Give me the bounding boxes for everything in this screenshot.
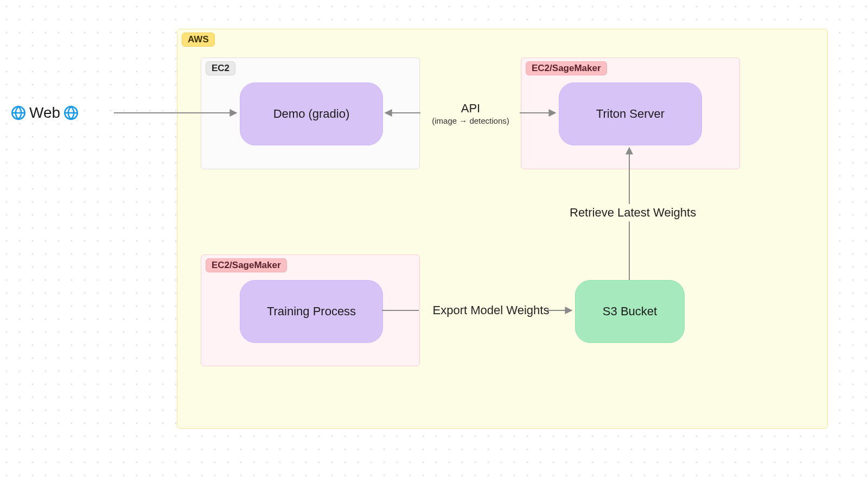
s3-node: S3 Bucket xyxy=(575,280,685,343)
triton-node: Triton Server xyxy=(559,82,702,145)
training-node: Training Process xyxy=(240,280,383,343)
globe-icon xyxy=(11,105,26,120)
web-node: Web xyxy=(11,104,79,122)
web-label: Web xyxy=(29,104,60,122)
ec2-tag: EC2 xyxy=(206,61,235,75)
api-edge-label: API (image → detections) xyxy=(420,101,521,126)
ec2-sagemaker-tag: EC2/SageMaker xyxy=(206,258,287,272)
api-edge-subtitle: (image → detections) xyxy=(420,116,521,126)
demo-node: Demo (gradio) xyxy=(240,82,383,145)
globe-icon xyxy=(63,105,79,120)
triton-label: Triton Server xyxy=(596,107,665,121)
demo-label: Demo (gradio) xyxy=(273,107,350,121)
ec2-sagemaker-tag: EC2/SageMaker xyxy=(526,61,607,75)
diagram-canvas: Web AWS EC2 EC2/SageMaker EC2/SageMaker … xyxy=(0,0,868,477)
s3-label: S3 Bucket xyxy=(603,304,657,319)
retrieve-edge-label: Retrieve Latest Weights xyxy=(570,205,700,220)
export-edge-label: Export Model Weights xyxy=(420,303,561,318)
api-edge-title: API xyxy=(420,101,521,116)
training-label: Training Process xyxy=(267,304,356,319)
aws-tag: AWS xyxy=(182,33,215,47)
